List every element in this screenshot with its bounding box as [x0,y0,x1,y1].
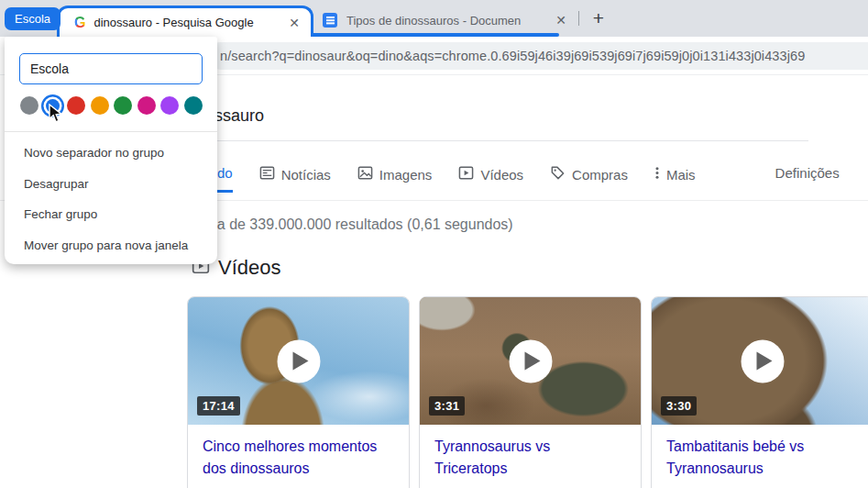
tab-videos-label: Vídeos [480,167,523,183]
serp-nav-row: Tudo Notícias Imagens Vídeos Compras Mai… [202,165,868,195]
videos-icon [458,165,474,183]
videos-heading-label: Vídeos [218,256,281,280]
tab-mais-label: Mais [666,167,696,183]
tab-imagens[interactable]: Imagens [357,165,433,195]
play-button-icon[interactable] [741,339,784,383]
menu-item-new-tab-in-group[interactable]: Novo separador no grupo [5,138,217,169]
color-swatch-orange[interactable] [91,96,109,115]
more-dots-icon [654,165,660,183]
address-bar-url: n/search?q=dinosaur&oq=dino&aqs=chrome.0… [220,49,805,63]
play-button-icon[interactable] [509,339,552,383]
video-card[interactable]: 17:14 Cinco melhores momentos dos dinoss… [187,296,410,488]
definicoes-label: Definições [775,165,840,181]
tab-dinossauro-active[interactable]: G dinossauro - Pesquisa Google ✕ [57,6,313,37]
search-box-border [168,140,808,141]
menu-item-close-group[interactable]: Fechar grupo [5,199,217,230]
color-swatch-red[interactable] [67,96,85,115]
news-icon [259,165,275,183]
color-swatch-grey[interactable] [20,96,38,115]
group-name-input[interactable] [19,53,203,84]
tab-group-chip[interactable]: Escola [5,7,60,30]
tab-title: Tipos de dinossauros - Documen [346,14,544,28]
tab-imagens-label: Imagens [379,167,433,183]
menu-item-ungroup[interactable]: Desagrupar [5,169,217,200]
tab-tipos-de-dinossauros[interactable]: Tipos de dinossauros - Documen ✕ [319,8,572,32]
video-thumbnail-small-dinosaur[interactable]: 3:31 [420,297,641,425]
video-card[interactable]: 3:30 Tambatitanis bebé vs Tyrannosaurus [651,296,868,488]
video-thumbnail-dinosaur-sky[interactable]: 17:14 [188,297,409,425]
menu-items: Novo separador no grupo Desagrupar Fecha… [5,138,217,261]
color-swatch-green[interactable] [114,96,132,115]
tab-strip: Escola G dinossauro - Pesquisa Google ✕ … [0,0,868,37]
video-duration-badge: 17:14 [197,396,240,416]
play-button-icon[interactable] [277,339,320,383]
color-swatch-pink[interactable] [137,96,156,115]
video-duration-badge: 3:30 [661,396,697,416]
tab-videos[interactable]: Vídeos [458,165,523,195]
video-title-link[interactable]: Cinco melhores momentos dos dinossauros [188,425,409,488]
browser-window: dinossauro Tudo Notícias Imagens Vídeos … [0,0,868,488]
tab-noticias-label: Notícias [281,167,331,183]
menu-item-move-group-to-new-window[interactable]: Mover grupo para nova janela [5,230,217,261]
tab-close-icon[interactable]: ✕ [554,12,568,28]
new-tab-button[interactable]: + [587,6,610,30]
video-title-link[interactable]: Tyrannosaurus vs Triceratops [420,425,641,488]
definicoes-link[interactable]: Definições [775,165,840,193]
mouse-cursor-icon [49,104,64,128]
images-icon [357,165,373,183]
color-swatch-cyan[interactable] [184,96,203,115]
video-card[interactable]: 3:31 Tyrannosaurus vs Triceratops [419,296,642,488]
video-thumbnail-dinosaur-head[interactable]: 3:30 [652,297,868,425]
tab-title: dinossauro - Pesquisa Google [93,16,279,29]
video-title-link[interactable]: Tambatitanis bebé vs Tyrannosaurus [652,425,868,488]
tab-mais[interactable]: Mais [654,165,696,195]
tab-strip-separator [578,11,579,26]
tab-close-icon[interactable]: ✕ [287,15,302,31]
shopping-tag-icon [550,165,566,183]
google-docs-favicon [323,13,337,28]
video-duration-badge: 3:31 [429,396,465,416]
address-bar[interactable]: n/search?q=dinosaur&oq=dino&aqs=chrome.0… [207,42,868,70]
color-swatch-purple[interactable] [160,96,179,115]
tab-group-menu: Novo separador no grupo Desagrupar Fecha… [5,37,217,264]
tab-compras-label: Compras [572,167,628,183]
menu-divider [5,131,217,132]
results-stats: Cerca de 339.000.000 resultados (0,61 se… [186,216,513,233]
group-color-swatches [20,96,203,115]
tab-noticias[interactable]: Notícias [259,165,331,195]
tab-compras[interactable]: Compras [550,165,628,195]
google-favicon: G [74,16,85,30]
